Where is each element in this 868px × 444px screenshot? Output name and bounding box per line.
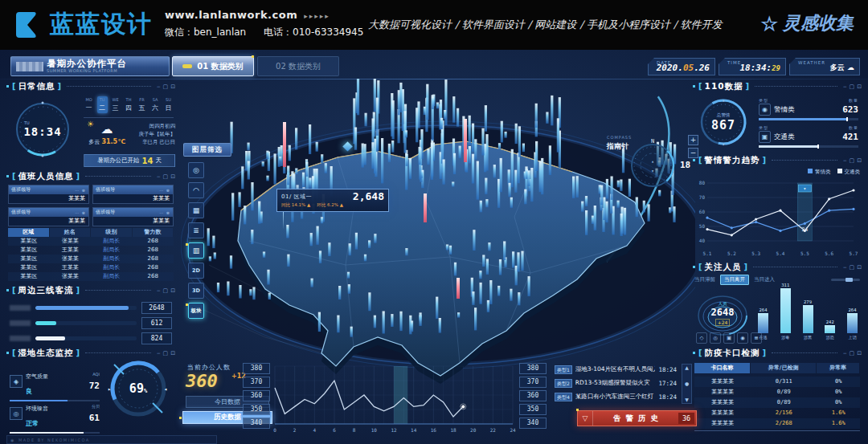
card-icons: ⋯ ⊗ xyxy=(159,210,170,215)
svg-text:0: 0 xyxy=(273,427,276,433)
minimize-icon[interactable]: ‒ xyxy=(843,157,846,164)
alert-text: 某路口有小汽车连闯三个红灯 xyxy=(575,393,656,401)
minimize-icon[interactable]: ‒ xyxy=(157,173,160,180)
duty-card[interactable]: 值班领导⋯ ⊗ 某某某 xyxy=(8,185,89,204)
table-row[interactable]: 某某区王某某副局长268 xyxy=(8,263,174,272)
expand-icon[interactable]: ⊡ xyxy=(857,84,862,90)
tooltip-pointer-line xyxy=(283,212,284,230)
table-row[interactable]: 某某某某2/2681.6% xyxy=(694,418,860,429)
table-row[interactable]: 某某某某0/3110% xyxy=(694,377,860,387)
flow-value: 824 xyxy=(141,332,172,344)
alert-scrollbar[interactable]: ▲●▼ xyxy=(682,364,692,404)
svg-text:24: 24 xyxy=(510,427,516,433)
redacted-line-label xyxy=(10,305,31,311)
platform-title: 暑期办公协作平台 xyxy=(47,59,127,68)
compass-value: 18 xyxy=(680,160,690,170)
date-box: DATE 2020.05.26 xyxy=(648,58,715,75)
tab-left-today[interactable]: 当日离开 xyxy=(720,275,749,285)
trend-line-chart[interactable]: 8070605040▾245.15.25.35.45.55.65.7 xyxy=(694,178,860,259)
alert-row[interactable]: 类型2 RD13-53烟感报警疑似火灾 17:24 xyxy=(555,377,677,389)
tab-data-category-2[interactable]: 02 数据类别 xyxy=(257,56,339,76)
layer-button-2d[interactable]: 2D xyxy=(188,263,204,279)
syringe-icon: ◎ xyxy=(710,332,721,344)
trend-legend: 警情类 交通类 xyxy=(808,169,860,176)
minimize-icon[interactable]: ‒ xyxy=(157,84,160,90)
minimize-icon[interactable]: ‒ xyxy=(157,287,160,294)
duty-card[interactable]: 值班领导⋯ ⊗ 某某某 xyxy=(92,185,174,204)
checkpoint-table: 卡口名称异常/已检测异常率 某某某某0/3110% 某某某某0/890% 某某某… xyxy=(694,363,860,429)
bus-icon: ▣ xyxy=(759,131,771,143)
minimize-icon[interactable]: ‒ xyxy=(843,350,846,356)
table-row[interactable]: 某某区张某某副局长268 xyxy=(8,272,174,281)
office-line-chart[interactable]: 024681012141618202224 xyxy=(272,361,516,435)
inspiration-collect-button[interactable]: ☆ 灵感收集 xyxy=(760,11,854,35)
window-icon[interactable]: ▢ xyxy=(850,350,855,356)
layer-button-bars[interactable]: ▥ xyxy=(188,242,204,259)
alert-time: 18:24 xyxy=(658,393,677,401)
alert-time: 17:24 xyxy=(658,380,677,387)
tab-data-category-1[interactable]: 01 数据类别 xyxy=(172,56,254,76)
window-icon[interactable]: ▢ xyxy=(850,264,855,271)
table-row[interactable]: 某某某某0/890% xyxy=(694,397,860,408)
window-icon[interactable]: ▢ xyxy=(163,173,169,180)
window-icon[interactable]: ▢ xyxy=(850,84,855,90)
window-icon[interactable]: ▢ xyxy=(850,157,855,164)
table-row[interactable]: 某某区张某某副局长268 xyxy=(8,237,174,246)
alert-row[interactable]: 类型4 某路口有小汽车连闯三个红灯 18:24 xyxy=(555,391,677,402)
svg-text:12: 12 xyxy=(391,427,397,433)
mini-slider[interactable] xyxy=(831,279,860,281)
lunar-calendar: 闰四月初四庚子年【鼠年】辛巳月 己巳日 xyxy=(127,122,175,146)
duty-card[interactable]: 值班领导⋯ ⊗ 某某某 xyxy=(8,207,89,226)
focus-bar[interactable]: 279涉黑 xyxy=(802,299,814,340)
expand-icon[interactable]: ⊡ xyxy=(857,157,862,164)
window-icon[interactable]: ▢ xyxy=(163,84,169,90)
svg-text:40: 40 xyxy=(699,238,706,243)
focus-bar[interactable]: 264上访 xyxy=(846,308,858,340)
svg-text:5.5: 5.5 xyxy=(800,251,809,256)
layer-button-list[interactable]: ≣ xyxy=(188,222,204,238)
tab-active-marker xyxy=(182,64,192,68)
expand-icon[interactable]: ⊡ xyxy=(170,287,175,294)
layer-button-grid[interactable]: ▦ xyxy=(188,202,204,218)
table-row[interactable]: 某某某某2/1561.6% xyxy=(694,408,860,418)
alert-row[interactable]: 类型1 湿地3-104片区有不明人员闯入 18:24 xyxy=(555,364,677,375)
svg-text:6: 6 xyxy=(333,427,336,433)
tab-stay-today[interactable]: 当日滞留 xyxy=(694,276,715,283)
svg-text:▾: ▾ xyxy=(651,168,654,173)
table-row[interactable]: 某某区张某某副局长268 xyxy=(8,255,174,263)
duty-card[interactable]: 值班领导⋯ ⊗ 某某某 xyxy=(92,207,174,226)
expand-icon[interactable]: ⊡ xyxy=(857,350,862,356)
focus-bar-chart[interactable]: 264在逃311涉毒279涉黑242涉恐264上访 xyxy=(757,287,858,340)
table-row[interactable]: 某某某某0/890% xyxy=(694,387,860,397)
expand-icon[interactable]: ⊡ xyxy=(170,173,175,180)
focus-bar[interactable]: 242涉恐 xyxy=(824,320,836,340)
svg-text:5.7: 5.7 xyxy=(850,251,858,256)
y-tick: 370 xyxy=(519,377,547,388)
layer-button-radar[interactable]: ◠ xyxy=(188,182,204,198)
tab-entered-today[interactable]: 当日进入 xyxy=(754,276,775,283)
minimize-icon[interactable]: ‒ xyxy=(843,84,846,90)
y-axis-right: 380370360350340 xyxy=(519,363,547,429)
y-tick: 360 xyxy=(243,390,270,401)
layer-button-poi[interactable]: ◎ xyxy=(188,162,204,178)
svg-text:▴: ▴ xyxy=(651,158,654,164)
compass[interactable]: N ▴ ▾ xyxy=(625,136,680,191)
redacted-line-label xyxy=(10,320,31,326)
table-header-row: 区域姓名 级别警力数 xyxy=(8,228,174,237)
y-tick: 340 xyxy=(243,418,270,429)
layer-button-3d[interactable]: 3D xyxy=(188,283,204,299)
table-row[interactable]: 某某区王某某副局长268 xyxy=(8,246,174,255)
panel-checkpoint: [防疫卡口检测] ‒▢⊡ 卡口名称异常/已检测异常率 某某某某0/3110% 某… xyxy=(693,347,862,437)
minimize-icon[interactable]: ‒ xyxy=(843,264,846,271)
window-icon[interactable]: ▢ xyxy=(163,287,169,294)
expand-icon[interactable]: ⊡ xyxy=(857,264,862,271)
panel-title: 湿地生态监控 xyxy=(18,348,74,359)
website-link[interactable]: www.lanlanwork.com xyxy=(165,9,297,21)
layer-button-blocks[interactable]: 板块 xyxy=(188,303,204,319)
svg-text:18: 18 xyxy=(450,427,457,433)
flow-row: 2648 xyxy=(10,302,172,313)
expand-icon[interactable]: ⊡ xyxy=(170,84,175,90)
focus-bar[interactable]: 311涉毒 xyxy=(780,283,792,340)
tooltip-region: 01/ 区域一 xyxy=(281,193,312,201)
alarm-history-bar[interactable]: ▽ 告警历史 36 xyxy=(577,410,697,426)
